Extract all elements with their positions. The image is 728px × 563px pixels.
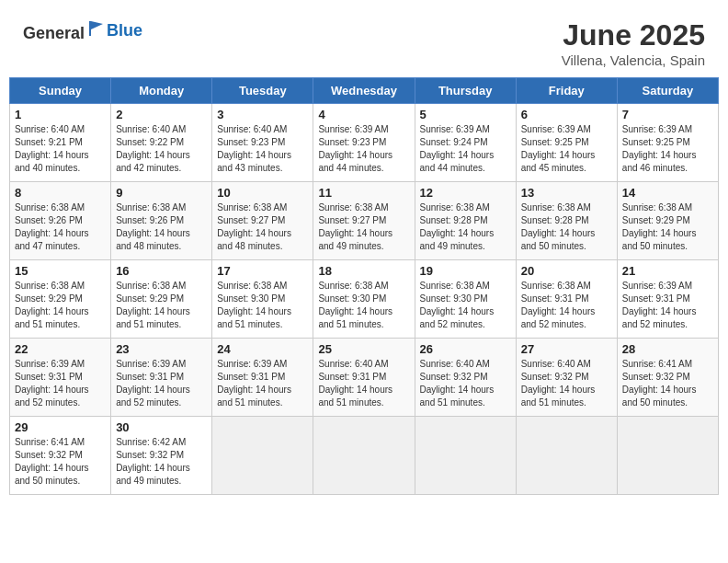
calendar-week-1: 1 Sunrise: 6:40 AM Sunset: 9:21 PM Dayli…: [10, 104, 719, 182]
day-info: Sunrise: 6:39 AM Sunset: 9:31 PM Dayligh…: [622, 280, 713, 331]
calendar-cell-1: 1 Sunrise: 6:40 AM Sunset: 9:21 PM Dayli…: [10, 104, 111, 182]
calendar-cell-33: [415, 417, 516, 495]
day-info: Sunrise: 6:42 AM Sunset: 9:32 PM Dayligh…: [116, 436, 207, 488]
day-number: 30: [116, 420, 207, 434]
day-info: Sunrise: 6:40 AM Sunset: 9:32 PM Dayligh…: [420, 358, 511, 409]
day-info: Sunrise: 6:38 AM Sunset: 9:27 PM Dayligh…: [217, 201, 308, 253]
day-info: Sunrise: 6:41 AM Sunset: 9:32 PM Dayligh…: [622, 358, 713, 409]
day-info: Sunrise: 6:40 AM Sunset: 9:21 PM Dayligh…: [15, 123, 106, 175]
header-monday: Monday: [111, 78, 212, 104]
day-number: 24: [217, 342, 308, 356]
day-number: 25: [318, 342, 409, 356]
day-info: Sunrise: 6:40 AM Sunset: 9:22 PM Dayligh…: [116, 123, 207, 175]
header-sunday: Sunday: [10, 78, 111, 104]
day-info: Sunrise: 6:38 AM Sunset: 9:26 PM Dayligh…: [15, 201, 106, 253]
day-number: 22: [15, 342, 106, 356]
calendar-cell-35: [617, 417, 718, 495]
calendar-cell-27: 27 Sunrise: 6:40 AM Sunset: 9:32 PM Dayl…: [516, 339, 617, 417]
calendar-cell-14: 14 Sunrise: 6:38 AM Sunset: 9:29 PM Dayl…: [617, 182, 718, 260]
day-info: Sunrise: 6:38 AM Sunset: 9:30 PM Dayligh…: [217, 280, 308, 331]
day-info: Sunrise: 6:38 AM Sunset: 9:29 PM Dayligh…: [15, 280, 106, 331]
day-number: 27: [521, 342, 612, 356]
calendar-cell-16: 16 Sunrise: 6:38 AM Sunset: 9:29 PM Dayl…: [111, 260, 212, 339]
day-number: 19: [420, 264, 511, 278]
header-tuesday: Tuesday: [212, 78, 313, 104]
day-info: Sunrise: 6:39 AM Sunset: 9:31 PM Dayligh…: [217, 358, 308, 409]
day-info: Sunrise: 6:38 AM Sunset: 9:28 PM Dayligh…: [521, 201, 612, 253]
day-number: 16: [116, 264, 207, 278]
day-number: 26: [420, 342, 511, 356]
day-info: Sunrise: 6:38 AM Sunset: 9:31 PM Dayligh…: [521, 280, 612, 331]
calendar-cell-31: [212, 417, 313, 495]
header-wednesday: Wednesday: [313, 78, 415, 104]
day-info: Sunrise: 6:39 AM Sunset: 9:31 PM Dayligh…: [116, 358, 207, 409]
svg-marker-0: [89, 21, 103, 36]
day-info: Sunrise: 6:40 AM Sunset: 9:32 PM Dayligh…: [521, 358, 612, 409]
calendar-week-5: 29 Sunrise: 6:41 AM Sunset: 9:32 PM Dayl…: [10, 417, 719, 495]
calendar-cell-19: 19 Sunrise: 6:38 AM Sunset: 9:30 PM Dayl…: [415, 260, 516, 339]
day-number: 20: [521, 264, 612, 278]
calendar-cell-13: 13 Sunrise: 6:38 AM Sunset: 9:28 PM Dayl…: [516, 182, 617, 260]
day-info: Sunrise: 6:38 AM Sunset: 9:30 PM Dayligh…: [318, 280, 409, 331]
calendar-cell-10: 10 Sunrise: 6:38 AM Sunset: 9:27 PM Dayl…: [212, 182, 313, 260]
day-info: Sunrise: 6:40 AM Sunset: 9:23 PM Dayligh…: [217, 123, 308, 175]
day-info: Sunrise: 6:41 AM Sunset: 9:32 PM Dayligh…: [15, 436, 106, 488]
calendar-cell-29: 29 Sunrise: 6:41 AM Sunset: 9:32 PM Dayl…: [10, 417, 111, 495]
day-info: Sunrise: 6:38 AM Sunset: 9:28 PM Dayligh…: [420, 201, 511, 253]
calendar-cell-32: [313, 417, 415, 495]
calendar-week-2: 8 Sunrise: 6:38 AM Sunset: 9:26 PM Dayli…: [10, 182, 719, 260]
calendar-cell-5: 5 Sunrise: 6:39 AM Sunset: 9:24 PM Dayli…: [415, 104, 516, 182]
calendar-cell-22: 22 Sunrise: 6:39 AM Sunset: 9:31 PM Dayl…: [10, 339, 111, 417]
day-info: Sunrise: 6:38 AM Sunset: 9:29 PM Dayligh…: [622, 201, 713, 253]
day-info: Sunrise: 6:38 AM Sunset: 9:29 PM Dayligh…: [116, 280, 207, 331]
day-info: Sunrise: 6:40 AM Sunset: 9:31 PM Dayligh…: [318, 358, 409, 409]
calendar-cell-21: 21 Sunrise: 6:39 AM Sunset: 9:31 PM Dayl…: [617, 260, 718, 339]
calendar-cell-17: 17 Sunrise: 6:38 AM Sunset: 9:30 PM Dayl…: [212, 260, 313, 339]
header-thursday: Thursday: [415, 78, 516, 104]
day-number: 3: [217, 108, 308, 121]
calendar-week-3: 15 Sunrise: 6:38 AM Sunset: 9:29 PM Dayl…: [10, 260, 719, 339]
title-area: June 2025 Villena, Valencia, Spain: [562, 18, 705, 68]
calendar-cell-25: 25 Sunrise: 6:40 AM Sunset: 9:31 PM Dayl…: [313, 339, 415, 417]
calendar-cell-2: 2 Sunrise: 6:40 AM Sunset: 9:22 PM Dayli…: [111, 104, 212, 182]
day-info: Sunrise: 6:39 AM Sunset: 9:25 PM Dayligh…: [622, 123, 713, 175]
calendar-cell-9: 9 Sunrise: 6:38 AM Sunset: 9:26 PM Dayli…: [111, 182, 212, 260]
day-number: 5: [420, 108, 511, 121]
calendar-cell-3: 3 Sunrise: 6:40 AM Sunset: 9:23 PM Dayli…: [212, 104, 313, 182]
day-number: 21: [622, 264, 713, 278]
calendar-cell-24: 24 Sunrise: 6:39 AM Sunset: 9:31 PM Dayl…: [212, 339, 313, 417]
weekday-header-row: Sunday Monday Tuesday Wednesday Thursday…: [10, 78, 719, 104]
day-number: 9: [116, 186, 207, 200]
day-number: 11: [318, 186, 409, 200]
calendar-cell-20: 20 Sunrise: 6:38 AM Sunset: 9:31 PM Dayl…: [516, 260, 617, 339]
header-friday: Friday: [516, 78, 617, 104]
day-number: 10: [217, 186, 308, 200]
calendar-cell-26: 26 Sunrise: 6:40 AM Sunset: 9:32 PM Dayl…: [415, 339, 516, 417]
day-info: Sunrise: 6:39 AM Sunset: 9:25 PM Dayligh…: [521, 123, 612, 175]
calendar-cell-12: 12 Sunrise: 6:38 AM Sunset: 9:28 PM Dayl…: [415, 182, 516, 260]
day-number: 15: [15, 264, 106, 278]
day-number: 17: [217, 264, 308, 278]
calendar-table: Sunday Monday Tuesday Wednesday Thursday…: [9, 77, 719, 495]
calendar-cell-18: 18 Sunrise: 6:38 AM Sunset: 9:30 PM Dayl…: [313, 260, 415, 339]
calendar-cell-8: 8 Sunrise: 6:38 AM Sunset: 9:26 PM Dayli…: [10, 182, 111, 260]
day-number: 14: [622, 186, 713, 200]
day-info: Sunrise: 6:39 AM Sunset: 9:31 PM Dayligh…: [15, 358, 106, 409]
calendar-cell-23: 23 Sunrise: 6:39 AM Sunset: 9:31 PM Dayl…: [111, 339, 212, 417]
day-info: Sunrise: 6:38 AM Sunset: 9:26 PM Dayligh…: [116, 201, 207, 253]
day-number: 8: [15, 186, 106, 200]
day-number: 4: [318, 108, 409, 121]
day-info: Sunrise: 6:38 AM Sunset: 9:30 PM Dayligh…: [420, 280, 511, 331]
calendar-cell-28: 28 Sunrise: 6:41 AM Sunset: 9:32 PM Dayl…: [617, 339, 718, 417]
calendar-cell-34: [516, 417, 617, 495]
page-header: General Blue June 2025 Villena, Valencia…: [9, 9, 719, 73]
header-saturday: Saturday: [617, 78, 718, 104]
day-info: Sunrise: 6:38 AM Sunset: 9:27 PM Dayligh…: [318, 201, 409, 253]
day-number: 7: [622, 108, 713, 121]
month-title: June 2025: [562, 18, 705, 52]
day-info: Sunrise: 6:39 AM Sunset: 9:24 PM Dayligh…: [420, 123, 511, 175]
calendar-week-4: 22 Sunrise: 6:39 AM Sunset: 9:31 PM Dayl…: [10, 339, 719, 417]
logo-text-blue: Blue: [107, 21, 142, 40]
calendar-cell-4: 4 Sunrise: 6:39 AM Sunset: 9:23 PM Dayli…: [313, 104, 415, 182]
day-number: 18: [318, 264, 409, 278]
